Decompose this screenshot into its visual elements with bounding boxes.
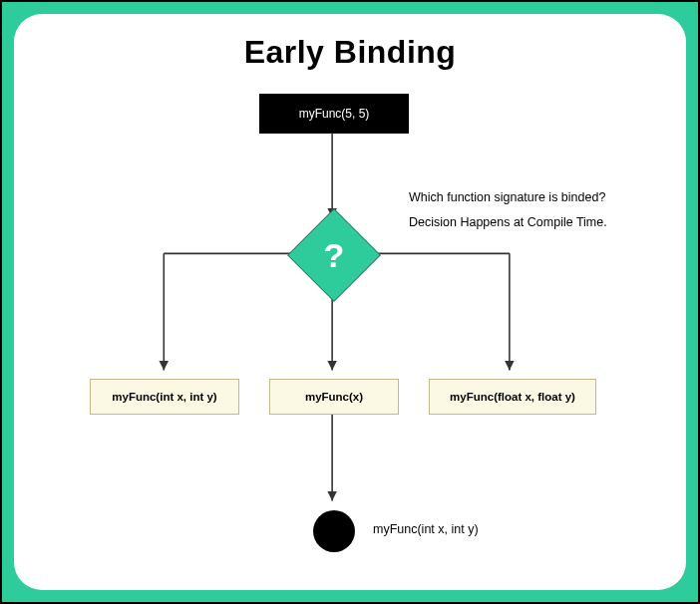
annotation-line-1: Which function signature is binded? [409, 185, 607, 210]
question-mark-icon: ? [288, 209, 380, 301]
option-box-1: myFunc(int x, int y) [90, 379, 239, 415]
function-call-box: myFunc(5, 5) [259, 94, 409, 134]
diagram-title: Early Binding [14, 34, 686, 71]
option-box-3: myFunc(float x, float y) [429, 379, 596, 415]
diagram-canvas: Early Binding myFunc(5, 5) ? Which funct… [14, 14, 686, 590]
annotation-text: Which function signature is binded? Deci… [409, 185, 607, 235]
end-node-circle [313, 510, 355, 552]
border-frame: Early Binding myFunc(5, 5) ? Which funct… [2, 2, 698, 602]
result-label: myFunc(int x, int y) [373, 522, 479, 536]
option-box-2: myFunc(x) [269, 379, 399, 415]
decision-node: ? [288, 209, 380, 301]
annotation-line-2: Decision Happens at Compile Time. [409, 210, 607, 235]
